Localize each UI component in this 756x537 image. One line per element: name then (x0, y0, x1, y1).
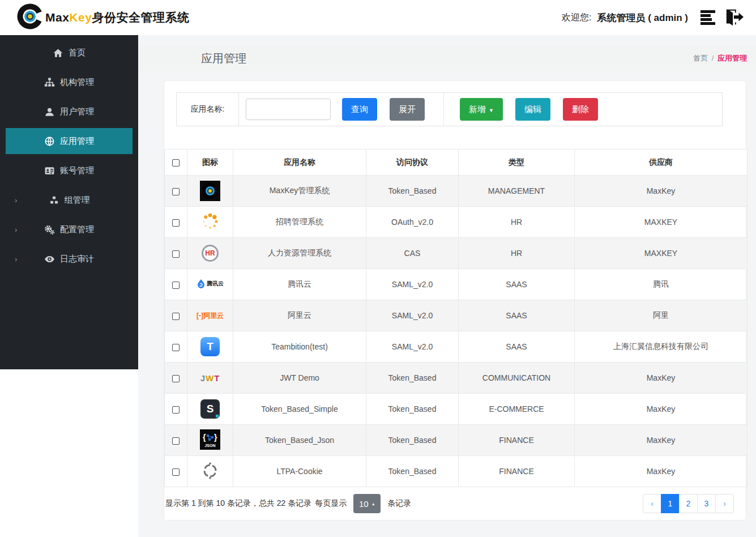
table-header-row: 图标 应用名称 访问协议 类型 供应商 (165, 150, 748, 176)
left-column: 首页机构管理用户管理应用管理账号管理›组管理›配置管理›日志审计 (0, 35, 138, 537)
per-page-suffix: 条记录 (387, 498, 411, 509)
sidebar-item-3[interactable]: 应用管理 (6, 128, 133, 154)
add-button[interactable]: 新增▼ (460, 98, 503, 121)
pagination-bar: 显示第 1 到第 10 条记录，总共 22 条记录 每页显示 10▲ 条记录 ‹… (164, 487, 746, 520)
row-vendor: MAXKEY (575, 238, 748, 269)
row-protocol: CAS (366, 238, 459, 269)
ltpa-icon (200, 461, 220, 480)
pager-next-button[interactable]: › (715, 494, 734, 513)
breadcrumb-current: 应用管理 (717, 54, 747, 62)
sidebar-item-label: 首页 (69, 48, 86, 58)
row-select-cell (165, 456, 187, 487)
table-row[interactable]: TTeambition(test)SAML_v2.0SAAS上海汇翼信息科技有限… (165, 331, 748, 363)
app-name-input[interactable] (246, 99, 331, 120)
pager: ‹123› (643, 494, 734, 513)
search-toolbar: 应用名称: 查询 展开 新增▼ 编辑 删除 (176, 92, 723, 126)
row-app-name: Token_Based_Simple (233, 394, 366, 425)
table-row[interactable]: MaxKey管理系统Token_BasedMANAGEMENTMaxKey (165, 176, 748, 207)
content-panel: 应用名称: 查询 展开 新增▼ 编辑 删除 (164, 80, 746, 521)
row-app-name: MaxKey管理系统 (233, 176, 366, 207)
jwt-icon: JWT (200, 373, 220, 383)
alibaba-cloud-icon: [-]阿里云 (197, 311, 224, 321)
caret-up-icon: ▲ (371, 502, 375, 506)
row-icon-cell: JWT (187, 363, 233, 394)
row-checkbox[interactable] (172, 344, 180, 351)
row-protocol: Token_Based (366, 394, 459, 425)
row-protocol: SAML_v2.0 (366, 269, 459, 300)
expand-button[interactable]: 展开 (390, 98, 425, 121)
row-app-name: JWT Demo (233, 363, 366, 394)
sidebar-item-6[interactable]: ›配置管理 (6, 216, 133, 242)
chevron-right-icon: › (15, 225, 17, 234)
table-row[interactable]: 腾讯云腾讯云SAML_v2.0SAAS腾讯 (165, 269, 748, 300)
col-header-protocol: 访问协议 (366, 150, 459, 176)
sidebar-item-2[interactable]: 用户管理 (6, 99, 133, 125)
current-user-label: 系统管理员 ( admin ) (597, 11, 688, 24)
row-checkbox[interactable] (172, 375, 180, 382)
row-select-cell (165, 331, 187, 363)
breadcrumb-home-link[interactable]: 首页 (693, 54, 708, 62)
pager-page-2[interactable]: 2 (679, 494, 698, 513)
teambition-icon: T (200, 337, 220, 356)
row-icon-cell: 腾讯云 (187, 269, 233, 300)
delete-button[interactable]: 删除 (563, 98, 598, 121)
row-type: MANAGEMENT (459, 176, 575, 207)
top-header: MaxKey身份安全管理系统 欢迎您: 系统管理员 ( admin ) (0, 0, 756, 35)
pager-prev-button[interactable]: ‹ (643, 494, 661, 513)
col-header-vendor: 供应商 (575, 150, 748, 176)
row-checkbox[interactable] (172, 313, 180, 320)
row-select-cell (165, 425, 187, 456)
row-icon-cell: S (187, 394, 233, 425)
row-checkbox[interactable] (172, 188, 180, 195)
select-all-checkbox[interactable] (172, 159, 180, 167)
select-all-header-cell (165, 150, 187, 176)
table-row[interactable]: JWTJWT DemoToken_BasedCOMMUNICATIONMaxKe… (165, 363, 748, 394)
row-checkbox[interactable] (172, 406, 180, 414)
row-select-cell (165, 300, 187, 331)
main-content: 应用管理 首页 / 应用管理 应用名称: 查询 展开 新增▼ 编辑 删除 (138, 35, 756, 537)
table-row[interactable]: HR人力资源管理系统CASHRMAXKEY (165, 238, 748, 269)
row-protocol: Token_Based (366, 456, 459, 487)
row-checkbox[interactable] (172, 250, 180, 258)
pager-page-1[interactable]: 1 (661, 494, 680, 513)
row-select-cell (165, 394, 187, 425)
eye-icon (44, 254, 55, 265)
sidebar-item-5[interactable]: ›组管理 (6, 187, 133, 213)
row-protocol: Token_Based (366, 176, 459, 207)
table-row[interactable]: [-]阿里云阿里云SAML_v2.0SAAS阿里 (165, 300, 748, 331)
sidebar-item-7[interactable]: ›日志审计 (6, 246, 133, 272)
row-checkbox[interactable] (172, 437, 180, 445)
app-name-label: 应用名称: (177, 93, 239, 126)
applications-table: 图标 应用名称 访问协议 类型 供应商 MaxKey管理系统Token_Base… (164, 149, 748, 487)
table-row[interactable]: {}JSONToken_Based_JsonToken_BasedFINANCE… (165, 425, 748, 456)
pager-page-3[interactable]: 3 (697, 494, 716, 513)
sidebar-item-0[interactable]: 首页 (6, 40, 133, 66)
sign-out-icon[interactable] (724, 8, 744, 27)
sidebar-item-1[interactable]: 机构管理 (6, 69, 133, 95)
brand-logo-link[interactable]: MaxKey身份安全管理系统 (17, 3, 189, 32)
globe-icon (44, 136, 55, 147)
edit-button[interactable]: 编辑 (515, 98, 550, 121)
s-logo-icon: S (200, 399, 220, 419)
row-icon-cell (187, 456, 233, 487)
row-select-cell (165, 207, 187, 238)
sidebar-item-4[interactable]: 账号管理 (6, 157, 133, 184)
query-button[interactable]: 查询 (342, 98, 377, 121)
list-icon[interactable] (699, 8, 719, 27)
sidebar-item-label: 账号管理 (60, 165, 94, 176)
home-icon (53, 48, 63, 58)
page-size-select[interactable]: 10▲ (353, 494, 381, 513)
row-checkbox[interactable] (172, 282, 180, 289)
table-row[interactable]: SToken_Based_SimpleToken_BasedE-COMMERCE… (165, 394, 748, 425)
maxkey-logo-icon (200, 181, 220, 201)
sidebar-item-label: 配置管理 (60, 224, 94, 235)
row-checkbox[interactable] (172, 219, 180, 227)
sidebar-nav: 首页机构管理用户管理应用管理账号管理›组管理›配置管理›日志审计 (0, 35, 138, 369)
table-row[interactable]: LTPA-CookieToken_BasedFINANCEMaxKey (165, 456, 748, 487)
row-checkbox[interactable] (172, 468, 180, 476)
table-row[interactable]: 招聘管理系统OAuth_v2.0HRMAXKEY (165, 207, 748, 238)
row-select-cell (165, 238, 187, 269)
row-protocol: Token_Based (366, 363, 459, 394)
app-root: MaxKey身份安全管理系统 欢迎您: 系统管理员 ( admin ) (0, 0, 756, 537)
page-title-bar: 应用管理 首页 / 应用管理 (138, 45, 756, 71)
